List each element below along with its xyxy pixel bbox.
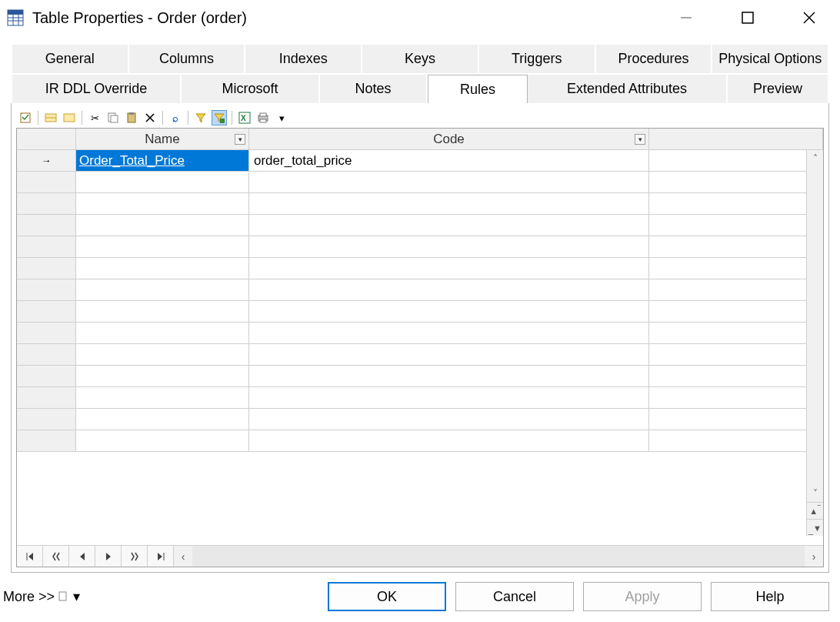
cell-code[interactable] xyxy=(249,172,649,193)
cell-code[interactable] xyxy=(249,236,649,258)
filter-icon[interactable] xyxy=(193,110,208,125)
cell-extra[interactable] xyxy=(649,409,823,430)
hscroll-left-icon[interactable]: ‹ xyxy=(174,546,192,567)
paste-icon[interactable] xyxy=(124,110,139,125)
cell-code[interactable] xyxy=(249,258,649,279)
row-handle-current-icon[interactable]: → xyxy=(17,150,76,172)
print-icon[interactable] xyxy=(255,110,271,125)
tab-microsoft[interactable]: Microsoft xyxy=(182,75,320,103)
cell-extra[interactable] xyxy=(649,323,823,344)
scroll-jump-bottom-icon[interactable]: _▼ xyxy=(807,519,823,536)
row-handle[interactable] xyxy=(17,409,76,430)
insert-row-icon[interactable] xyxy=(43,110,58,125)
cell-code[interactable] xyxy=(249,193,649,215)
hscroll-track[interactable] xyxy=(192,546,805,567)
row-handle[interactable] xyxy=(17,172,76,193)
cell-name[interactable] xyxy=(76,258,249,279)
cell-name[interactable]: Order_Total_Price xyxy=(76,150,249,172)
nav-prev-page-icon[interactable] xyxy=(43,546,69,567)
nav-prev-icon[interactable] xyxy=(69,546,95,567)
code-column-dropdown-icon[interactable]: ▾ xyxy=(635,134,645,145)
customize-columns-icon[interactable] xyxy=(212,110,227,125)
tab-triggers[interactable]: Triggers xyxy=(479,45,596,73)
cell-name[interactable] xyxy=(76,366,249,387)
close-button[interactable] xyxy=(778,0,840,35)
row-handle[interactable] xyxy=(17,236,76,258)
cell-name[interactable] xyxy=(76,193,249,215)
tab-general[interactable]: General xyxy=(12,45,129,73)
excel-export-icon[interactable]: X xyxy=(237,110,252,125)
tab-indexes[interactable]: Indexes xyxy=(245,45,362,73)
tab-physical-options[interactable]: Physical Options xyxy=(712,45,829,73)
table-row[interactable] xyxy=(17,387,823,409)
cell-code[interactable] xyxy=(249,387,649,409)
scroll-jump-top-icon[interactable]: ▲‾ xyxy=(807,502,823,519)
find-icon[interactable]: ⌕ xyxy=(168,110,183,125)
row-header-corner[interactable] xyxy=(17,129,76,150)
cell-code[interactable] xyxy=(249,301,649,323)
cell-code[interactable] xyxy=(249,409,649,430)
apply-button[interactable]: Apply xyxy=(583,582,702,611)
table-row[interactable] xyxy=(17,193,823,215)
tab-preview[interactable]: Preview xyxy=(728,75,829,103)
minimize-button[interactable] xyxy=(655,0,717,35)
tab-keys[interactable]: Keys xyxy=(362,45,479,73)
delete-icon[interactable] xyxy=(142,110,158,125)
table-row[interactable] xyxy=(17,301,823,323)
cell-extra[interactable] xyxy=(649,344,823,366)
row-handle[interactable] xyxy=(17,366,76,387)
copy-icon[interactable] xyxy=(105,110,121,125)
cell-code[interactable] xyxy=(249,279,649,301)
maximize-button[interactable] xyxy=(717,0,778,35)
nav-first-icon[interactable] xyxy=(17,546,43,567)
cell-extra[interactable] xyxy=(649,236,823,258)
cell-name[interactable] xyxy=(76,279,249,301)
nav-next-page-icon[interactable] xyxy=(122,546,148,567)
nav-next-icon[interactable] xyxy=(95,546,122,567)
table-row[interactable] xyxy=(17,172,823,193)
tab-rules[interactable]: Rules xyxy=(428,75,528,104)
cell-extra[interactable] xyxy=(649,430,823,452)
cell-name[interactable] xyxy=(76,236,249,258)
row-handle[interactable] xyxy=(17,215,76,236)
cell-code[interactable]: order_total_price xyxy=(249,150,649,172)
table-row[interactable] xyxy=(17,215,823,236)
tab-notes[interactable]: Notes xyxy=(320,75,428,103)
table-row[interactable] xyxy=(17,323,823,344)
add-row-icon[interactable] xyxy=(62,110,77,125)
cell-extra[interactable] xyxy=(649,193,823,215)
row-handle[interactable] xyxy=(17,430,76,452)
cell-extra[interactable] xyxy=(649,172,823,193)
table-row[interactable] xyxy=(17,236,823,258)
help-button[interactable]: Help xyxy=(711,582,829,611)
column-header-extra[interactable] xyxy=(649,129,823,150)
table-row[interactable] xyxy=(17,430,823,452)
cell-name[interactable] xyxy=(76,430,249,452)
table-row[interactable] xyxy=(17,258,823,279)
hscroll-right-icon[interactable]: › xyxy=(805,546,823,567)
row-handle[interactable] xyxy=(17,258,76,279)
cell-extra[interactable] xyxy=(649,301,823,323)
table-row[interactable] xyxy=(17,344,823,366)
cell-name[interactable] xyxy=(76,172,249,193)
cell-name[interactable] xyxy=(76,301,249,323)
table-row[interactable] xyxy=(17,366,823,387)
cell-extra[interactable] xyxy=(649,215,823,236)
cell-name[interactable] xyxy=(76,323,249,344)
nav-last-icon[interactable] xyxy=(148,546,174,567)
column-header-code[interactable]: Code ▾ xyxy=(249,129,649,150)
cut-icon[interactable]: ✂ xyxy=(87,110,102,125)
ok-button[interactable]: OK xyxy=(328,582,446,611)
row-handle[interactable] xyxy=(17,387,76,409)
row-handle[interactable] xyxy=(17,279,76,301)
tab-ir-ddl-override[interactable]: IR DDL Override xyxy=(12,75,182,103)
cell-name[interactable] xyxy=(76,215,249,236)
cell-name[interactable] xyxy=(76,387,249,409)
horizontal-scrollbar[interactable]: ‹ › xyxy=(174,546,823,567)
table-row[interactable]: →Order_Total_Priceorder_total_price xyxy=(17,150,823,172)
toolbar-dropdown-icon[interactable]: ▾ xyxy=(274,110,289,125)
name-column-dropdown-icon[interactable]: ▾ xyxy=(235,134,245,145)
scroll-down-icon[interactable]: ˅ xyxy=(807,485,823,502)
cell-extra[interactable] xyxy=(649,366,823,387)
properties-icon[interactable] xyxy=(18,110,33,125)
